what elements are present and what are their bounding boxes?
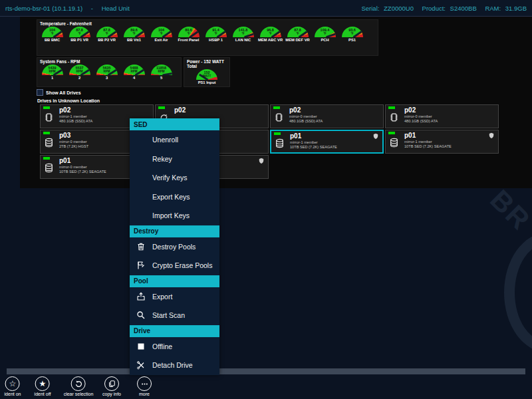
export-icon <box>136 292 146 301</box>
menu-section-sed: SED <box>130 118 219 130</box>
temperature-panel-title: Temperature - Fahrenheit <box>37 20 378 26</box>
clear-selection-button[interactable]: clear selection <box>64 376 94 396</box>
temperature-panel: Temperature - Fahrenheit 104°F BB BMC 87… <box>37 19 378 56</box>
drive-status-led <box>43 157 50 160</box>
menu-item-destroy-pools[interactable]: Destroy Pools <box>130 237 219 257</box>
horizontal-scrollbar[interactable] <box>7 368 525 374</box>
ssd-icon <box>389 112 399 122</box>
drive-status-led <box>388 132 395 134</box>
drive-context-menu: SED Unenroll Rekey Verify Keys Export Ke… <box>130 118 219 375</box>
crypto-erase-flag-icon <box>136 261 146 270</box>
show-all-drives-label: Show All Drives <box>46 90 81 95</box>
temp-gauge-hsbp-1: 91.4°F HSBP 1 <box>202 27 229 42</box>
trash-icon <box>136 242 146 251</box>
more-button[interactable]: more <box>137 376 152 396</box>
menu-item-export[interactable]: Export <box>130 287 219 307</box>
fans-panel: System Fans - RPM 5439RPM 1 5537RPM 2 56… <box>37 57 182 87</box>
drive-status-led <box>274 132 281 135</box>
detach-icon <box>136 360 146 370</box>
drive-card-p02-4[interactable]: p02mirror-0 member480.1GB (SSD) ATA <box>385 104 499 128</box>
menu-section-destroy: Destroy <box>130 225 219 237</box>
menu-item-unenroll[interactable]: Unenroll <box>130 130 219 150</box>
show-all-drives-checkbox[interactable] <box>37 89 43 96</box>
brand-watermark: BR <box>484 184 532 237</box>
fan-gauge-5: 11858RPM 5 <box>148 65 175 80</box>
drive-status-led <box>43 132 50 134</box>
drive-row-3: p01mirror-0 member10TB SED (7.2K) SEAGAT… <box>40 155 501 179</box>
dashboard-panel: Temperature - Fahrenheit 104°F BB BMC 87… <box>20 17 532 188</box>
fan-gauge-4: 5488RPM 4 <box>120 65 148 80</box>
star-outline-icon: ☆ <box>9 379 17 388</box>
temp-gauge-bb-p2-vr: 87.8°F BB P2 VR <box>93 27 120 42</box>
drive-status-led <box>158 106 165 109</box>
ident-off-button[interactable]: ★ ident off <box>35 376 51 396</box>
menu-item-offline[interactable]: Offline <box>130 337 219 356</box>
search-icon <box>136 311 146 320</box>
menu-item-detach-drive[interactable]: Detach Drive <box>130 356 219 375</box>
serial-value: ZZ0000U0 <box>384 5 414 12</box>
fan-gauge-2: 5537RPM 2 <box>66 65 93 80</box>
drive-status-led <box>43 106 50 109</box>
ssd-icon <box>274 112 284 122</box>
menu-item-import-keys[interactable]: Import Keys <box>130 206 219 225</box>
drive-row-1: p02mirror-1 member480.1GB (SSD) ATA p02 … <box>40 104 501 128</box>
ident-on-button[interactable]: ☆ ident on <box>5 376 21 396</box>
drive-card-p01-selected[interactable]: p01mirror-1 member10TB SED (7.2K) SEAGAT… <box>270 130 384 154</box>
fans-panel-title: System Fans - RPM <box>37 58 181 64</box>
ram-value: 31.9GB <box>505 5 527 12</box>
undo-arrow-icon <box>74 380 83 388</box>
fan-gauge-3: 5635RPM 3 <box>93 65 120 80</box>
hdd-icon <box>44 163 54 173</box>
power-gauge-ps1-input: 152WATT PS1 Input <box>186 69 228 84</box>
menu-section-pool: Pool <box>130 275 219 287</box>
section-title: Head Unit <box>102 5 130 12</box>
temp-gauge-bb-vtt1: 89.6°F BB Vtt1 <box>120 27 148 42</box>
power-panel: Power - 152 WATT Total 152WATT PS1 Input <box>184 57 230 87</box>
temp-gauge-ps1: 93.6°F PS1 <box>338 27 366 42</box>
app-window: rts-demo-bsr-01 (10.1.19.1) - Head Unit … <box>0 0 532 399</box>
product-value: S2400BB <box>450 5 477 12</box>
brand-watermark-ring <box>504 233 532 352</box>
system-info: Serial: ZZ0000U0 Product: S2400BB RAM: 3… <box>361 5 527 12</box>
offline-square-icon <box>136 342 146 351</box>
temp-gauge-pch: 109.4°F PCH <box>311 27 338 42</box>
drive-card-p01-2[interactable]: p01mirror-1 member10TB SED (7.2K) SEAGAT… <box>385 130 499 154</box>
temp-gauge-lan-nic: 141.8°F LAN NIC <box>229 27 257 42</box>
copy-icon <box>108 380 116 388</box>
sed-shield-icon <box>259 158 264 164</box>
drive-grid: p02mirror-1 member480.1GB (SSD) ATA p02 … <box>40 104 501 180</box>
star-filled-icon: ★ <box>39 379 47 388</box>
menu-item-export-keys[interactable]: Export Keys <box>130 188 219 207</box>
hdd-icon <box>44 138 54 148</box>
drive-status-led <box>273 106 280 109</box>
fan-gauge-1: 5439RPM 1 <box>39 65 66 80</box>
ssd-icon <box>44 112 54 122</box>
temp-gauge-bb-bmc: 104°F BB BMC <box>39 27 66 42</box>
hostname: rts-demo-bsr-01 (10.1.19.1) <box>5 5 82 12</box>
drive-card-p02-3[interactable]: p02mirror-0 member480.1GB (SSD) ATA <box>270 104 384 128</box>
menu-item-verify-keys[interactable]: Verify Keys <box>130 168 219 188</box>
menu-item-rekey[interactable]: Rekey <box>130 150 219 169</box>
temp-gauge-exit-air: 104°F Exit Air <box>148 27 175 42</box>
temp-gauge-bb-p1-vr: 87.8°F BB P1 VR <box>66 27 93 42</box>
menu-item-start-scan[interactable]: Start Scan <box>130 306 219 325</box>
temp-gauge-front-panel: 80.6°F Front Panel <box>175 27 202 42</box>
drives-section-title: Drives in Unknown Location <box>37 98 100 103</box>
titlebar: rts-demo-bsr-01 (10.1.19.1) - Head Unit … <box>0 0 532 17</box>
menu-section-drive: Drive <box>130 325 219 337</box>
drive-status-led <box>388 106 395 109</box>
hdd-icon <box>389 138 399 148</box>
sed-shield-icon <box>489 132 494 139</box>
host-title: rts-demo-bsr-01 (10.1.19.1) - Head Unit <box>5 5 130 12</box>
menu-item-crypto-erase-pools[interactable]: Crypto Erase Pools <box>130 256 219 275</box>
ellipsis-icon <box>140 380 149 388</box>
sed-shield-icon <box>373 133 378 140</box>
show-all-drives-toggle[interactable]: Show All Drives <box>37 89 81 96</box>
temp-gauge-mem-abc-vr: 96.8°F MEM ABC VR <box>257 27 284 42</box>
power-panel-title: Power - 152 WATT Total <box>184 58 229 68</box>
hdd-icon <box>275 138 285 148</box>
temp-gauge-mem-def-vr: 87.8°F MEM DEF VR <box>284 27 311 42</box>
drive-row-2: p03mirror-0 member2TB (7.2K) HGST p01mir… <box>40 130 501 154</box>
copy-info-button[interactable]: copy info <box>102 376 121 396</box>
